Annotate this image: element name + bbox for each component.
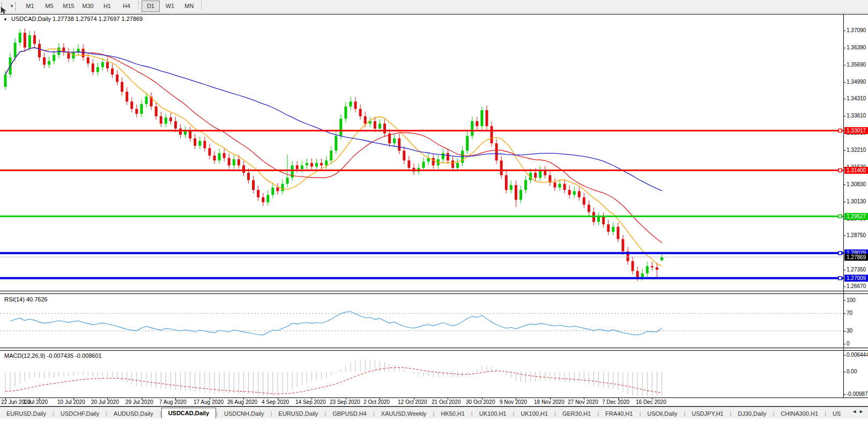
price-tick-label: 1.30130 (847, 198, 866, 204)
price-level-badge: 1.33017 (844, 127, 868, 134)
date-tick-label: 7 Aug 2020 (159, 399, 187, 405)
rsi-tick-label: 30 (847, 328, 852, 334)
toolbar-separator (201, 1, 202, 10)
date-tick-label: 20 Jul 2020 (91, 399, 119, 405)
date-tick-label: 14 Sep 2020 (295, 399, 326, 405)
candlestick-chart-canvas[interactable] (0, 14, 843, 291)
timeframe-toolbar: ▼ M1M5M15M30H1H4D1W1MN (0, 0, 868, 13)
chart-tab-xauusd-weekly[interactable]: XAUUSD,Weekly (375, 409, 433, 418)
chart-tab-ger30-h1[interactable]: GER30,H1 (556, 409, 597, 418)
chart-tab-eurusd-daily[interactable]: EURUSD,Daily (272, 409, 324, 418)
date-tick-label: 7 Dec 2020 (602, 399, 629, 405)
timeframe-button-w1[interactable]: W1 (161, 1, 179, 12)
date-tick-label: 30 Oct 2020 (466, 399, 495, 405)
chart-tab-uk100-h1[interactable]: UK100,H1 (473, 409, 513, 418)
chart-dropdown-icon[interactable]: ▼ (3, 17, 8, 22)
date-tick-label: 21 Oct 2020 (432, 399, 461, 405)
chart-symbol-label: USDCAD,Daily (11, 16, 51, 22)
rsi-tick-label: 70 (847, 310, 852, 316)
date-tick-label: 9 Nov 2020 (500, 399, 527, 405)
tab-scroll-arrows: ◄► (851, 408, 867, 415)
price-tick-label: 1.36390 (847, 45, 866, 50)
chart-tab-audusd-daily[interactable]: AUDUSD,Daily (107, 409, 160, 418)
date-tick-label: 12 Oct 2020 (398, 399, 427, 405)
timeframe-button-h1[interactable]: H1 (98, 1, 116, 12)
price-tick-label: 1.34310 (847, 95, 866, 101)
timeframe-button-m30[interactable]: M30 (79, 1, 97, 12)
rsi-indicator-label: RSI(14) 40.7626 (4, 296, 48, 303)
timeframe-group: M1M5M15M30H1H4D1W1MN (20, 1, 204, 12)
chart-tab-bar: EURUSD,Daily|USDCHF,Daily|AUDUSD,Daily|U… (0, 407, 868, 418)
timeframe-button-h4[interactable]: H4 (117, 1, 136, 12)
chart-tab-usoil-daily[interactable]: USOil,Daily (641, 409, 684, 418)
price-tick-label: 1.35690 (847, 62, 866, 68)
chart-tab-china300-h1[interactable]: CHINA300,H1 (774, 409, 825, 418)
chart-tab-uk100-h1[interactable]: UK100,H1 (514, 409, 554, 418)
date-tick-label: 4 Sep 2020 (262, 399, 289, 405)
date-tick-label: 1 Jul 2020 (23, 399, 48, 405)
price-tick-label: 1.27350 (847, 267, 866, 273)
date-tick-label: 17 Aug 2020 (194, 399, 224, 405)
chart-tab-usdcad-daily[interactable]: USDCAD,Daily (161, 408, 216, 418)
chart-tab-gbpusd-h4[interactable]: GBPUSD,H4 (326, 409, 373, 418)
rsi-tick-label: 0 (847, 341, 850, 347)
price-level-badge: 1.27009 (844, 275, 868, 282)
chart-tab-usdchf-daily[interactable]: USDCHF,Daily (54, 409, 106, 418)
chart-ohlc-values: 1.27738 1.27974 1.27697 1.27869 (53, 16, 143, 22)
macd-tick-label: -0.00987 (847, 391, 867, 397)
chevron-down-icon[interactable]: ▼ (10, 4, 14, 9)
cursor-tool-button[interactable]: ▼ (9, 4, 14, 9)
date-tick-label: 29 Jul 2020 (125, 399, 153, 405)
chart-tab-us[interactable]: US (826, 409, 847, 418)
timeframe-button-m5[interactable]: M5 (40, 1, 58, 12)
macd-indicator-label: MACD(12,26,9) -0.007435 -0.008601 (4, 352, 102, 359)
timeframe-button-mn[interactable]: MN (180, 1, 198, 12)
tab-scroll-left-icon[interactable]: ◄ (852, 409, 859, 414)
tab-scroll-right-icon[interactable]: ► (859, 409, 866, 414)
date-tick-label: 2 Oct 2020 (363, 399, 390, 405)
chart-title: ▼ USDCAD,Daily 1.27738 1.27974 1.27697 1… (3, 16, 143, 22)
rsi-chart-canvas[interactable] (0, 293, 843, 348)
chart-tab-hk50-h1[interactable]: HK50,H1 (434, 409, 471, 418)
toolbar-separator (138, 1, 139, 10)
timeframe-button-m15[interactable]: M15 (60, 1, 78, 12)
chart-tab-usdcnh-daily[interactable]: USDCNH,Daily (218, 409, 271, 418)
price-tick-label: 1.33610 (847, 113, 866, 119)
macd-chart-canvas[interactable] (0, 350, 843, 397)
price-tick-label: 1.28750 (847, 232, 866, 238)
macd-tick-label: 0.006444 (847, 352, 868, 358)
price-level-badge: 1.31400 (844, 167, 868, 174)
chart-tab-eurusd-daily[interactable]: EURUSD,Daily (0, 409, 53, 418)
date-tick-label: 27 Nov 2020 (568, 399, 598, 405)
price-tick-label: 1.34990 (847, 79, 866, 85)
price-level-badge: 1.29527 (844, 213, 868, 220)
chart-tab-usdjpy-h1[interactable]: USDJPY,H1 (685, 409, 730, 418)
price-tick-label: 1.30830 (847, 181, 866, 187)
timeframe-button-d1[interactable]: D1 (142, 1, 160, 12)
date-tick-label: 26 Aug 2020 (227, 399, 257, 405)
toolbar-grip[interactable] (15, 2, 18, 11)
price-tick-label: 1.32210 (847, 147, 866, 153)
macd-tick-label: 0.00 (847, 369, 857, 374)
date-tick-label: 10 Jul 2020 (57, 399, 85, 405)
current-price-badge: 1.27869 (844, 254, 868, 261)
timeframe-button-m1[interactable]: M1 (21, 1, 39, 12)
chart-tab-dj30-daily[interactable]: DJ30,Daily (731, 409, 773, 418)
date-tick-label: 16 Dec 2020 (636, 399, 666, 405)
chart-tab-fra40-h1[interactable]: FRA40,H1 (599, 409, 639, 418)
price-axis-separator (843, 14, 844, 397)
date-tick-label: 23 Sep 2020 (330, 399, 360, 405)
date-tick-label: 18 Nov 2020 (534, 399, 565, 405)
price-tick-label: 1.26670 (847, 283, 866, 289)
price-tick-label: 1.37090 (847, 27, 866, 33)
mt4-application-window: ▼ M1M5M15M30H1H4D1W1MN ▼ USDCAD,Daily 1.… (0, 0, 868, 427)
rsi-tick-label: 100 (847, 297, 856, 303)
